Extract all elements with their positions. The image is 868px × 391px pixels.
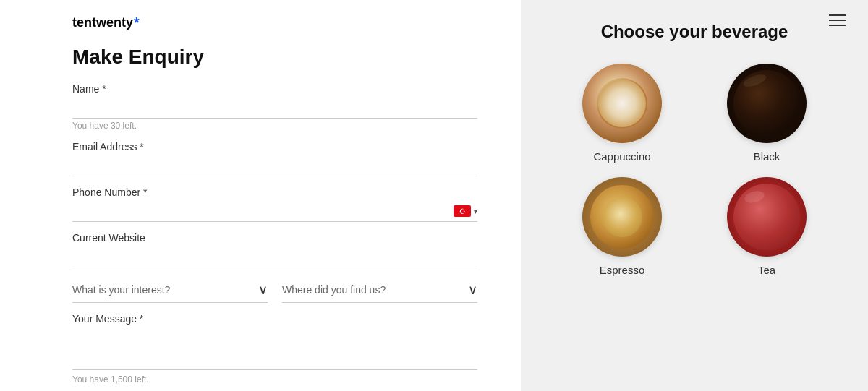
interest-label: What is your interest? <box>72 284 170 296</box>
espresso-image <box>582 177 662 257</box>
right-panel: Choose your beverage Cappuccino Black <box>521 0 868 391</box>
logo: tentwenty* <box>72 14 477 31</box>
beverage-item-espresso[interactable]: Espresso <box>564 177 680 276</box>
message-input[interactable] <box>72 349 477 370</box>
message-hint: You have 1,500 left. <box>72 374 477 384</box>
beverage-item-tea[interactable]: Tea <box>709 177 825 276</box>
find-label: Where did you find us? <box>282 284 386 296</box>
beverage-title: Choose your beverage <box>601 22 788 42</box>
beverage-item-cappuccino[interactable]: Cappuccino <box>564 64 680 163</box>
turkey-flag-icon <box>454 205 471 217</box>
phone-field-group: Phone Number * ▾ <box>72 186 477 222</box>
phone-flag-selector[interactable]: ▾ <box>454 205 477 217</box>
selects-row: What is your interest? ∨ Where did you f… <box>72 278 477 303</box>
menu-bar-1 <box>829 14 846 16</box>
left-panel: tentwenty* Make Enquiry Name * You have … <box>0 0 521 391</box>
message-field-group: Your Message * You have 1,500 left. <box>72 313 477 384</box>
email-input[interactable] <box>72 155 477 176</box>
name-label: Name * <box>72 83 477 95</box>
espresso-label: Espresso <box>600 264 645 276</box>
menu-button[interactable] <box>829 14 846 26</box>
name-input[interactable] <box>72 98 477 119</box>
website-input[interactable] <box>72 246 477 267</box>
interest-select-group: What is your interest? ∨ <box>72 278 268 303</box>
name-field-group: Name * You have 30 left. <box>72 83 477 131</box>
interest-select[interactable]: What is your interest? ∨ <box>72 278 268 303</box>
flag-chevron-icon: ▾ <box>474 207 477 215</box>
menu-bar-3 <box>829 25 846 26</box>
logo-star: * <box>134 14 140 31</box>
website-label: Current Website <box>72 232 477 244</box>
cappuccino-image <box>582 64 662 143</box>
find-select[interactable]: Where did you find us? ∨ <box>282 278 477 303</box>
email-label: Email Address * <box>72 141 477 152</box>
tea-image <box>727 177 807 257</box>
black-image <box>727 64 807 143</box>
phone-input[interactable] <box>72 205 454 217</box>
tea-label: Tea <box>758 264 775 276</box>
form-title: Make Enquiry <box>72 46 477 69</box>
website-field-group: Current Website <box>72 232 477 267</box>
phone-label: Phone Number * <box>72 186 477 198</box>
find-select-group: Where did you find us? ∨ <box>282 278 477 303</box>
beverage-item-black[interactable]: Black <box>709 64 825 163</box>
message-label: Your Message * <box>72 313 477 325</box>
cappuccino-label: Cappuccino <box>593 150 650 163</box>
menu-bar-2 <box>829 20 846 21</box>
beverage-grid: Cappuccino Black Espresso Tea <box>564 64 825 276</box>
find-chevron-icon: ∨ <box>468 282 477 298</box>
phone-row: ▾ <box>72 201 477 222</box>
interest-chevron-icon: ∨ <box>258 282 268 298</box>
name-hint: You have 30 left. <box>72 121 477 131</box>
black-label: Black <box>754 150 780 163</box>
email-field-group: Email Address * <box>72 141 477 176</box>
logo-text: tentwenty <box>72 15 133 30</box>
